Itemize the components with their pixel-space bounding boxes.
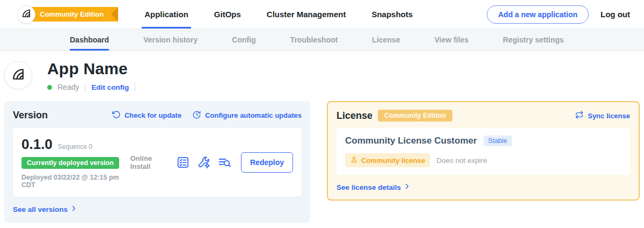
app-status-row: Ready Edit config (47, 83, 135, 91)
view-logs-icon[interactable] (218, 155, 232, 169)
version-details: 0.1.0 Sequence 0 Currently deployed vers… (21, 136, 130, 189)
install-type-label: Online Install (130, 154, 167, 170)
see-all-versions-link[interactable]: See all versions (13, 205, 77, 213)
topbar-actions: Add a new application Log out (487, 0, 644, 28)
divider (135, 83, 135, 91)
subtab-license[interactable]: License (372, 29, 400, 51)
edit-config-link[interactable]: Edit config (91, 83, 129, 91)
brand: Community Edition (17, 0, 118, 28)
version-card-actions: Check for update Configure automatic upd… (112, 110, 302, 121)
app-header: App Name Ready Edit config (0, 51, 644, 98)
person-icon (350, 155, 358, 165)
configure-automatic-updates-label: Configure automatic updates (205, 111, 302, 119)
sync-license-label: Sync license (588, 112, 630, 120)
license-details-panel: Community License Customer Stable Commun… (336, 128, 630, 175)
chevron-right-icon (404, 183, 411, 191)
wrench-gear-icon[interactable] (197, 155, 211, 169)
preflight-checks-icon[interactable] (176, 155, 190, 169)
app-avatar (4, 61, 32, 89)
see-license-details-link[interactable]: See license details (336, 183, 411, 191)
check-for-update-label: Check for update (125, 111, 181, 119)
chevron-right-icon (70, 205, 77, 213)
clock-refresh-icon (192, 110, 201, 121)
license-card-header: License Community Edition Sync license (336, 110, 630, 122)
current-version-panel: 0.1.0 Sequence 0 Currently deployed vers… (13, 128, 302, 197)
tab-gitops[interactable]: GitOps (211, 0, 244, 28)
community-edition-ribbon: Community Edition (27, 7, 118, 22)
license-card-title: License (336, 110, 372, 122)
configure-automatic-updates-link[interactable]: Configure automatic updates (192, 110, 302, 121)
add-new-application-button[interactable]: Add a new application (487, 5, 589, 24)
status-text: Ready (57, 83, 79, 91)
currently-deployed-badge: Currently deployed version (21, 157, 119, 169)
top-navigation-bar: Community Edition Application GitOps Clu… (0, 0, 644, 28)
subtab-dashboard[interactable]: Dashboard (70, 29, 109, 51)
license-type-badge: Community license (345, 153, 430, 167)
version-card-header: Version Check for update (13, 110, 302, 121)
subtab-view-files[interactable]: View files (434, 29, 469, 51)
customer-name: Community License Customer (345, 136, 477, 146)
replicated-logo-icon (11, 67, 26, 84)
expiry-text: Does not expire (436, 156, 487, 165)
primary-nav: Application GitOps Cluster Management Sn… (142, 0, 415, 28)
version-card: Version Check for update (4, 101, 310, 223)
channel-badge: Stable (484, 136, 512, 146)
deployed-timestamp: Deployed 03/22/22 @ 12:15 pm CDT (21, 174, 130, 189)
license-type-label: Community license (361, 156, 425, 165)
see-all-versions-label: See all versions (13, 205, 68, 213)
status-dot (47, 85, 52, 90)
sync-arrows-icon (575, 110, 584, 121)
brand-logo-badge (17, 5, 35, 24)
community-edition-badge: Community Edition (378, 110, 452, 122)
license-card-actions: Sync license (575, 110, 630, 121)
version-card-title: Version (13, 110, 48, 121)
app-sub-nav: Dashboard Version history Config Trouble… (0, 28, 644, 51)
version-actions: Online Install (130, 152, 293, 173)
tab-cluster-management[interactable]: Cluster Management (264, 0, 349, 28)
sync-license-link[interactable]: Sync license (575, 110, 630, 121)
subtab-version-history[interactable]: Version history (143, 29, 197, 51)
dashboard-cards: Version Check for update (0, 98, 644, 223)
version-number: 0.1.0 (21, 136, 53, 153)
see-license-details-label: See license details (336, 183, 401, 191)
subtab-config[interactable]: Config (232, 29, 255, 51)
subtab-registry-settings[interactable]: Registry settings (503, 29, 564, 51)
logout-button[interactable]: Log out (601, 10, 630, 19)
tab-application[interactable]: Application (142, 0, 191, 28)
license-card: License Community Edition Sync license (327, 101, 640, 201)
page-title: App Name (47, 60, 135, 78)
replicated-logo-icon (21, 8, 32, 21)
divider (85, 83, 85, 91)
app-info: App Name Ready Edit config (47, 60, 135, 91)
sequence-label: Sequence 0 (58, 143, 92, 151)
subtab-troubleshoot[interactable]: Troubleshoot (290, 29, 338, 51)
refresh-icon (112, 110, 121, 121)
tab-snapshots[interactable]: Snapshots (369, 0, 415, 28)
redeploy-button[interactable]: Redeploy (241, 152, 293, 173)
check-for-update-link[interactable]: Check for update (112, 110, 181, 121)
